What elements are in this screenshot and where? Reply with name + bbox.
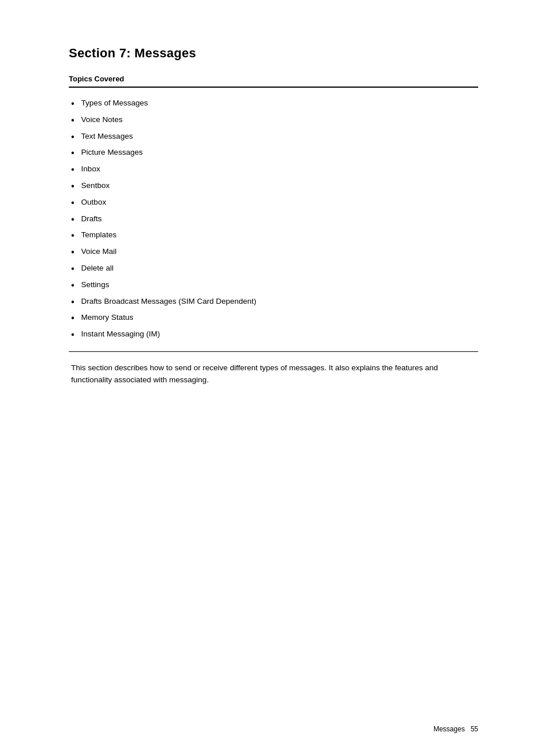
- list-item-inbox: •Inbox: [69, 164, 478, 176]
- list-item-picture-messages: •Picture Messages: [69, 147, 478, 159]
- list-item-label: Delete all: [81, 263, 114, 274]
- bullet-icon: •: [71, 329, 75, 341]
- list-item-label: Outbox: [81, 197, 107, 208]
- page-footer: Messages 55: [433, 725, 478, 733]
- bullet-icon: •: [71, 263, 75, 275]
- bottom-divider: [69, 351, 478, 352]
- footer-label: Messages: [433, 725, 465, 733]
- broadcast-normal-text: Drafts: [81, 297, 104, 305]
- list-item-settings: •Settings: [69, 280, 478, 292]
- bullet-icon: •: [71, 246, 75, 258]
- list-item-label: Templates: [81, 230, 117, 241]
- topics-list: •Types of Messages•Voice Notes•Text Mess…: [69, 98, 478, 341]
- bullet-icon: •: [71, 164, 75, 176]
- footer-page-number: 55: [471, 725, 478, 733]
- list-item-label: Sentbox: [81, 181, 110, 191]
- memory-status-label: Memory Status: [81, 312, 134, 323]
- list-item-label: Settings: [81, 280, 110, 291]
- section-title: Section 7: Messages: [69, 46, 478, 61]
- list-item-broadcast: •Drafts Broadcast Messages (SIM Card Dep…: [69, 296, 478, 308]
- list-item-label: Voice Notes: [81, 115, 123, 126]
- list-item-voice-mail: •Voice Mail: [69, 246, 478, 258]
- top-divider: [69, 87, 478, 88]
- list-item-outbox: •Outbox: [69, 197, 478, 209]
- description-text: This section describes how to send or re…: [71, 362, 478, 386]
- list-item-label: Voice Mail: [81, 246, 117, 257]
- list-item-drafts: •Drafts: [69, 214, 478, 226]
- bullet-icon: •: [71, 280, 75, 292]
- list-item-delete-all: •Delete all: [69, 263, 478, 275]
- broadcast-bold-text: Broadcast Messages (SIM Card Dependent): [104, 297, 256, 305]
- broadcast-text: Drafts Broadcast Messages (SIM Card Depe…: [81, 296, 256, 307]
- topics-covered-label: Topics Covered: [69, 75, 478, 83]
- bullet-icon: •: [71, 197, 75, 209]
- list-item-label: Picture Messages: [81, 147, 143, 158]
- bullet-icon: •: [71, 98, 75, 110]
- bullet-icon: •: [71, 131, 75, 143]
- bullet-icon: •: [71, 115, 75, 127]
- list-item-voice-notes: •Voice Notes: [69, 115, 478, 127]
- bullet-icon: •: [71, 181, 75, 193]
- instant-messaging-label: Instant Messaging (IM): [81, 329, 160, 340]
- bullet-icon: •: [71, 296, 75, 308]
- list-item-instant-messaging: •Instant Messaging (IM): [69, 329, 478, 341]
- list-item-templates: •Templates: [69, 230, 478, 242]
- bullet-icon: •: [71, 312, 75, 324]
- list-item-sentbox: •Sentbox: [69, 181, 478, 193]
- bullet-icon: •: [71, 214, 75, 226]
- list-item-label: Types of Messages: [81, 98, 148, 109]
- list-item-types-of-messages: •Types of Messages: [69, 98, 478, 110]
- list-item-memory-status: •Memory Status: [69, 312, 478, 324]
- bullet-icon: •: [71, 230, 75, 242]
- list-item-label: Drafts: [81, 214, 102, 225]
- list-item-text-messages: •Text Messages: [69, 131, 478, 143]
- list-item-label: Text Messages: [81, 131, 133, 142]
- bullet-icon: •: [71, 147, 75, 159]
- list-item-label: Inbox: [81, 164, 100, 175]
